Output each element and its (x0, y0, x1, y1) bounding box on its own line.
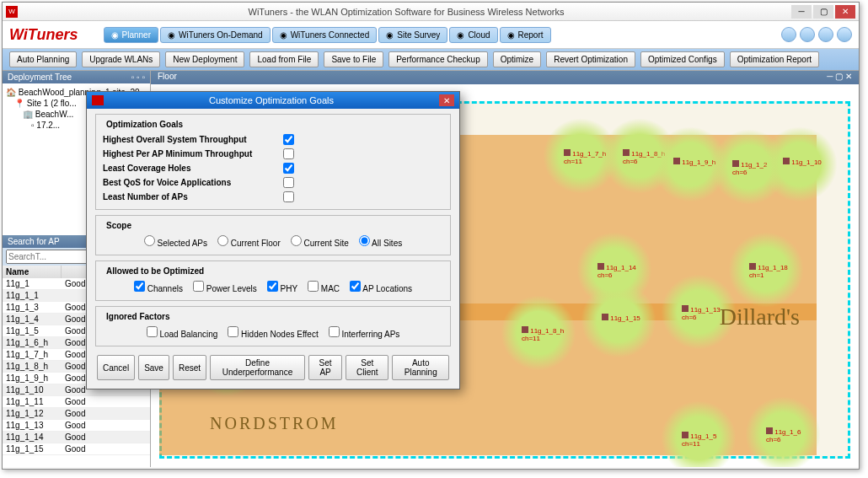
goal-label: Highest Per AP Minimum Throughput (103, 149, 280, 158)
performance-checkup-button[interactable]: Performance Checkup (388, 51, 488, 67)
set-ap-button[interactable]: Set AP (308, 355, 342, 380)
optimize-button[interactable]: Optimize (493, 51, 541, 67)
save-button[interactable]: Save (138, 355, 169, 380)
allowed-option[interactable]: Power Levels (193, 284, 257, 293)
define-underperformance-button[interactable]: Define Underperformance (210, 355, 305, 380)
allowed-fieldset: Allowed to be Optimized Channels Power L… (95, 260, 451, 301)
ap-label[interactable]: 11g_1_8_hch=11 (522, 326, 564, 342)
table-row[interactable]: 11g_1_11Good (3, 396, 150, 408)
gear-icon[interactable] (800, 27, 815, 42)
allowed-option[interactable]: Channels (134, 284, 183, 293)
brand-row: WiTuners ◉ Planner ◉ WiTuners On-Demand … (3, 21, 859, 48)
dialog-close-button[interactable]: ✕ (439, 94, 454, 106)
goal-checkbox[interactable] (283, 177, 294, 188)
table-row[interactable]: 11g_1_13Good (3, 420, 150, 432)
main-tabs: ◉ Planner ◉ WiTuners On-Demand ◉ WiTuner… (104, 27, 551, 43)
scope-option[interactable]: Current Site (291, 239, 349, 248)
top-right-buttons (781, 27, 852, 42)
upgrade-wlans-button[interactable]: Upgrade WLANs (82, 51, 160, 67)
store-label-nordstrom: NORDSTROM (210, 414, 339, 433)
goal-label: Highest Overall System Throughput (103, 135, 280, 144)
revert-optimization-button[interactable]: Revert Optimization (546, 51, 635, 67)
tab-site-survey[interactable]: ◉ Site Survey (378, 27, 447, 43)
set-client-button[interactable]: Set Client (346, 355, 388, 380)
floor-tab[interactable]: Floor (158, 72, 177, 83)
goal-checkbox[interactable] (283, 134, 294, 145)
floor-tab-bar: Floor ─ ▢ ✕ (151, 71, 859, 84)
ap-label[interactable]: 11g_1_7_hch=11 (564, 149, 606, 165)
scope-option[interactable]: Selected APs (144, 239, 207, 248)
reset-button[interactable]: Reset (173, 355, 206, 380)
help-icon[interactable] (837, 27, 852, 42)
tab-report[interactable]: ◉ Report (500, 27, 551, 43)
allowed-option[interactable]: MAC (308, 284, 340, 293)
goal-checkbox[interactable] (283, 191, 294, 202)
close-button[interactable]: ✕ (835, 5, 855, 19)
goals-fieldset: Optimization Goals Highest Overall Syste… (95, 114, 451, 210)
window-title: WiTuners - the WLAN Optimization Softwar… (23, 7, 790, 17)
goal-label: Best QoS for Voice Applications (103, 178, 280, 187)
dialog-title: Customize Optimization Goals (104, 95, 439, 105)
goal-label: Least Number of APs (103, 192, 280, 201)
ap-label[interactable]: 11g_1_18ch=1 (749, 263, 788, 279)
tab-connected[interactable]: ◉ WiTuners Connected (272, 27, 378, 43)
ignored-option[interactable]: Load Balancing (147, 330, 218, 339)
tree-panel-header: Deployment Tree ▫ ◦ ▫ (3, 71, 150, 83)
ap-label[interactable]: 11g_1_15 (602, 314, 640, 322)
save-to-file-button[interactable]: Save to File (324, 51, 383, 67)
ignored-fieldset: Ignored Factors Load Balancing Hidden No… (95, 306, 451, 346)
brand-logo: WiTuners (9, 26, 78, 44)
tab-planner[interactable]: ◉ Planner (104, 27, 158, 43)
ap-label[interactable]: 11g_1_9_h (673, 158, 715, 166)
table-row[interactable]: 11g_1_15Good (3, 443, 150, 455)
new-deployment-button[interactable]: New Deployment (165, 51, 244, 67)
tab-cloud[interactable]: ◉ Cloud (449, 27, 497, 43)
dialog-icon (92, 95, 104, 105)
titlebar: W WiTuners - the WLAN Optimization Softw… (3, 3, 859, 21)
goal-checkbox[interactable] (283, 148, 294, 159)
ignored-option[interactable]: Interferring APs (329, 330, 400, 339)
ap-label[interactable]: 11g_1_14ch=6 (597, 263, 636, 279)
load-from-file-button[interactable]: Load from File (249, 51, 319, 67)
panel-controls-icon[interactable]: ▫ ◦ ▫ (131, 73, 145, 82)
tab-on-demand[interactable]: ◉ WiTuners On-Demand (160, 27, 271, 43)
refresh-icon[interactable] (818, 27, 833, 42)
maximize-button[interactable]: ▢ (813, 5, 833, 19)
allowed-option[interactable]: AP Locations (350, 284, 412, 293)
auto-planning-button[interactable]: Auto Planning (392, 355, 449, 380)
auto-planning-button[interactable]: Auto Planning (9, 51, 77, 67)
store-label-dillards: Dillard's (720, 303, 800, 330)
table-row[interactable]: 11g_1_14Good (3, 432, 150, 443)
ap-label[interactable]: 11g_1_5ch=11 (682, 432, 716, 448)
optimization-goals-dialog: Customize Optimization Goals ✕ Optimizat… (86, 91, 460, 389)
optimized-configs-button[interactable]: Optimized Configs (640, 51, 725, 67)
app-icon: W (6, 6, 18, 18)
dialog-titlebar[interactable]: Customize Optimization Goals ✕ (87, 92, 459, 109)
allowed-option[interactable]: PHY (267, 284, 297, 293)
goal-checkbox[interactable] (283, 163, 294, 174)
ignored-option[interactable]: Hidden Nodes Effect (228, 330, 318, 339)
goal-label: Least Coverage Holes (103, 164, 280, 173)
ap-label[interactable]: 11g_1_6ch=6 (766, 427, 801, 443)
table-row[interactable]: 11g_1_12Good (3, 408, 150, 420)
scope-option[interactable]: All Sites (359, 239, 402, 248)
ap-label[interactable]: 11g_1_13ch=6 (682, 305, 721, 321)
cancel-button[interactable]: Cancel (97, 355, 135, 380)
toolbar: Auto Planning Upgrade WLANs New Deployme… (3, 48, 859, 71)
dialog-button-row: Cancel Save Reset Define Underperformanc… (95, 352, 451, 384)
scope-option[interactable]: Current Floor (217, 239, 281, 248)
home-icon[interactable] (781, 27, 796, 42)
minimize-button[interactable]: ─ (791, 5, 812, 19)
panel-controls-icon[interactable]: ─ ▢ ✕ (827, 72, 852, 83)
optimization-report-button[interactable]: Optimization Report (730, 51, 819, 67)
scope-fieldset: Scope Selected APs Current Floor Current… (95, 215, 451, 255)
ap-label[interactable]: 11g_1_10 (783, 158, 822, 166)
